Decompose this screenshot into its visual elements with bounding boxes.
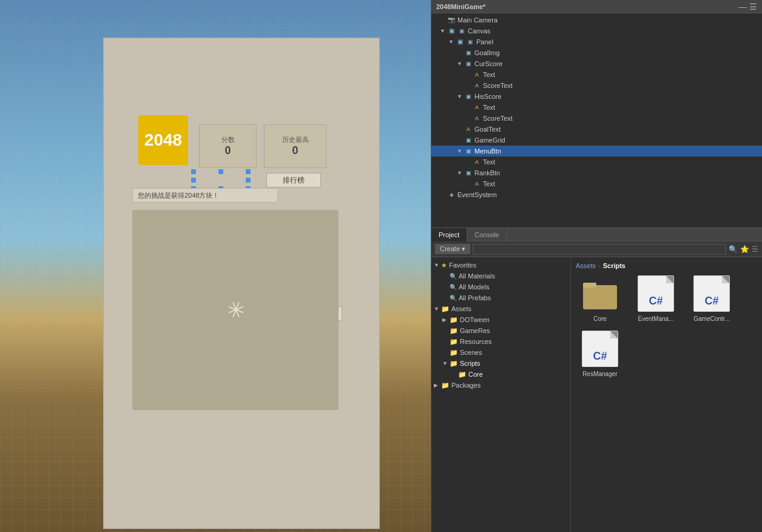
selection-handle-tc — [218, 169, 223, 174]
loading-icon: ✳ — [222, 295, 249, 325]
folder-favorites[interactable]: ▼ ★ Favorites — [431, 260, 570, 271]
tree-item-goalimg[interactable]: ▣ GoalImg — [431, 47, 762, 58]
scene-view: 2048 分数 0 历史最高 0 菜单 排 — [0, 0, 431, 532]
hierarchy-tree: 📷 Main Camera ▼ ▣ ▣ Canvas ▼ ▣ ▣ Panel — [431, 13, 762, 227]
right-panel: 2048MiniGame* — ☰ 📷 Main Camera ▼ ▣ ▣ Ca… — [431, 0, 762, 532]
project-body: ▼ ★ Favorites 🔍 All Materials 🔍 All Mode… — [431, 257, 762, 532]
project-right: Assets › Scripts Core — [571, 257, 762, 532]
tree-label-curscore-scoretext: ScoreText — [483, 82, 513, 89]
resources-label: Resources — [460, 338, 492, 345]
game-grid: ✳ — [132, 210, 339, 410]
tree-item-rankbtn[interactable]: ▼ ▣ RankBtn — [431, 167, 762, 178]
hierarchy-menu-btn[interactable]: ☰ — [749, 2, 757, 12]
tile-2048: 2048 — [138, 115, 188, 165]
tree-item-menubtn[interactable]: ▼ ▣ MenuBtn — [431, 146, 762, 157]
tree-item-curscore-scoretext[interactable]: A ScoreText — [431, 80, 762, 91]
tab-project-label: Project — [439, 231, 459, 238]
create-button[interactable]: Create ▾ — [435, 244, 470, 254]
rank-button[interactable]: 排行榜 — [266, 173, 321, 187]
tree-label-rankbtn-text: Text — [483, 180, 495, 187]
eventmanager-cs-label: C# — [638, 295, 673, 308]
gameres-label: GameRes — [460, 327, 490, 334]
folder-dotween[interactable]: ▶ 📁 DOTween — [431, 314, 570, 325]
search-filter-icon[interactable]: ⭐ — [740, 245, 749, 254]
tree-item-menubtn-text[interactable]: A Text — [431, 157, 762, 167]
tree-label-menubtn: MenuBtn — [474, 147, 501, 155]
gamegrid-icon: ▣ — [464, 136, 473, 144]
folder-all-materials[interactable]: 🔍 All Materials — [431, 271, 570, 281]
all-models-icon: 🔍 — [450, 284, 457, 291]
goal-text-content: 您的挑战是获得2048方块！ — [138, 191, 219, 200]
tree-item-gamegrid[interactable]: ▣ GameGrid — [431, 135, 762, 146]
tree-item-main-camera[interactable]: 📷 Main Camera — [431, 15, 762, 25]
search-submit-icon[interactable]: 🔍 — [729, 245, 738, 254]
assets-grid: Core C# EventMana... — [576, 274, 757, 377]
gamecontroller-cs-label: C# — [694, 295, 729, 308]
tree-item-hisscore[interactable]: ▼ ▣ HisScore — [431, 91, 762, 102]
svg-rect-1 — [583, 283, 596, 288]
folder-all-models[interactable]: 🔍 All Models — [431, 281, 570, 292]
tree-label-hisscore-text: Text — [483, 104, 495, 111]
folder-packages[interactable]: ▶ 📁 Packages — [431, 380, 570, 391]
asset-gamecontroller[interactable]: C# GameContr... — [687, 274, 736, 322]
folder-all-prefabs[interactable]: 🔍 All Prefabs — [431, 292, 570, 303]
tree-item-goaltext[interactable]: A GoalText — [431, 124, 762, 135]
breadcrumb-assets[interactable]: Assets — [576, 262, 596, 269]
folder-resources[interactable]: 📁 Resources — [431, 336, 570, 347]
tree-label-goaltext: GoalText — [474, 126, 501, 133]
hierarchy-controls: — ☰ — [738, 2, 757, 12]
asset-eventmanager[interactable]: C# EventMana... — [632, 274, 680, 322]
tab-console[interactable]: Console — [467, 228, 507, 241]
breadcrumb-bar: Assets › Scripts — [576, 262, 757, 269]
score-box: 分数 0 — [199, 124, 257, 168]
project-panel: Project Console Create ▾ 🔍 ⭐ ☰ — [431, 227, 762, 532]
tree-item-panel[interactable]: ▼ ▣ ▣ Panel — [431, 36, 762, 47]
all-prefabs-label: All Prefabs — [459, 294, 491, 301]
tree-item-rankbtn-text[interactable]: A Text — [431, 178, 762, 189]
folder-gameres[interactable]: 📁 GameRes — [431, 325, 570, 336]
favorites-label: Favorites — [449, 261, 476, 269]
hierarchy-minimize-btn[interactable]: — — [738, 2, 747, 12]
asset-core[interactable]: Core — [576, 274, 624, 322]
packages-label: Packages — [451, 382, 480, 389]
tree-item-hisscore-scoretext[interactable]: A ScoreText — [431, 113, 762, 124]
folder-core[interactable]: 📁 Core — [431, 369, 570, 380]
scenes-label: Scenes — [460, 349, 482, 356]
goaltext-icon: A — [464, 125, 473, 133]
tree-item-canvas[interactable]: ▼ ▣ ▣ Canvas — [431, 25, 762, 36]
tree-item-curscore-text[interactable]: A Text — [431, 69, 762, 80]
panel-icon: ▣ — [456, 38, 464, 46]
asset-resmanager[interactable]: C# ResManager — [576, 329, 624, 377]
project-search-input[interactable] — [473, 244, 726, 255]
core-icon: 📁 — [458, 371, 467, 379]
folder-scripts[interactable]: ▼ 📁 Scripts — [431, 358, 570, 369]
rankbtn-icon: ▣ — [464, 169, 473, 177]
search-sort-icon[interactable]: ☰ — [752, 245, 758, 254]
tree-label-hisscore: HisScore — [474, 93, 502, 100]
resources-icon: 📁 — [450, 338, 458, 346]
panel-icon2: ▣ — [466, 38, 474, 46]
dotween-icon: 📁 — [450, 316, 458, 324]
favorites-star-icon: ★ — [441, 261, 447, 269]
eventmanager-asset-label: EventMana... — [638, 315, 674, 322]
tree-item-eventsystem[interactable]: ◈ EventSystem — [431, 189, 762, 200]
assets-folder-icon: 📁 — [441, 305, 450, 313]
goal-text: 您的挑战是获得2048方块！ — [132, 188, 278, 203]
hierarchy-header: 2048MiniGame* — ☰ — [431, 0, 762, 13]
tree-item-curscore[interactable]: ▼ ▣ CurScore — [431, 58, 762, 69]
tree-label-curscore-text: Text — [483, 71, 495, 78]
packages-icon: 📁 — [441, 382, 450, 389]
rankbtn-text-icon: A — [473, 180, 481, 188]
resmanager-folded — [610, 331, 618, 338]
tab-project[interactable]: Project — [431, 228, 467, 241]
svg-rect-0 — [583, 285, 617, 309]
folder-scenes[interactable]: 📁 Scenes — [431, 347, 570, 358]
hiscore-box: 历史最高 0 — [264, 124, 326, 168]
create-button-label: Create ▾ — [440, 245, 465, 253]
folder-assets[interactable]: ▼ 📁 Assets — [431, 303, 570, 314]
gameres-icon: 📁 — [450, 327, 458, 335]
tab-console-label: Console — [474, 231, 499, 238]
selection-handle-tr — [246, 169, 251, 174]
tree-item-hisscore-text[interactable]: A Text — [431, 102, 762, 113]
project-left: ▼ ★ Favorites 🔍 All Materials 🔍 All Mode… — [431, 257, 571, 532]
